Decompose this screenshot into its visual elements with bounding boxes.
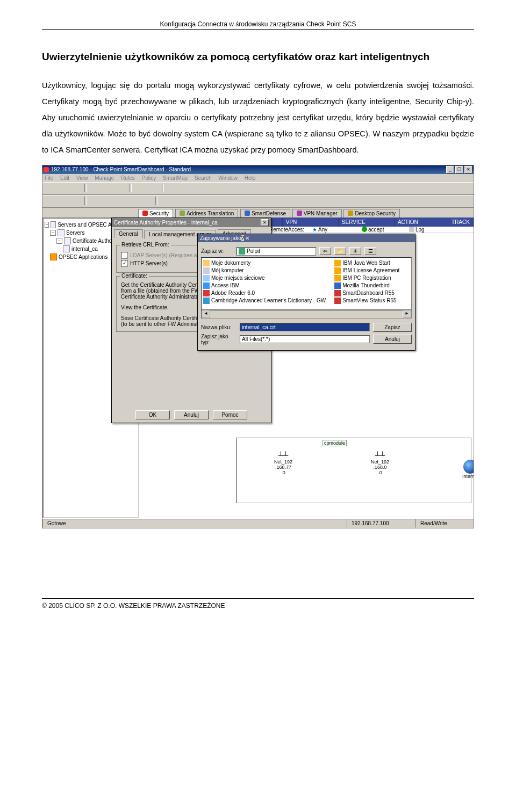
tab-vpn-manager[interactable]: VPN Manager xyxy=(292,209,342,218)
tool-btn[interactable] xyxy=(193,184,204,193)
desktop-icon xyxy=(239,248,245,255)
tool-btn[interactable] xyxy=(116,197,126,206)
menu-help[interactable]: Help xyxy=(245,175,256,181)
list-item[interactable]: SmartView Status R55 xyxy=(334,297,399,305)
status-ip: 192.168.77.100 xyxy=(347,519,415,528)
accept-icon xyxy=(362,227,367,232)
menu-policy[interactable]: Policy xyxy=(141,175,156,181)
menu-edit[interactable]: Edit xyxy=(60,175,69,181)
list-item[interactable]: Mój komputer xyxy=(203,267,326,274)
scroll-left[interactable]: ◄ xyxy=(202,310,210,318)
tool-btn[interactable] xyxy=(148,184,159,193)
cancel-save-button[interactable]: Anuluj xyxy=(373,335,412,344)
col-service: SERVICE xyxy=(339,218,395,227)
tool-btn[interactable] xyxy=(70,184,81,193)
node-net1[interactable]: ┴┴ Net_192.168.77.0 xyxy=(274,451,292,475)
scroll-right[interactable]: ► xyxy=(403,310,411,318)
minimize-button[interactable]: _ xyxy=(446,166,454,173)
app-icon xyxy=(334,260,341,266)
tab-security[interactable]: Security xyxy=(138,209,173,218)
tool-btn[interactable] xyxy=(128,197,139,206)
new-folder-button[interactable]: ✳ xyxy=(349,247,361,255)
save-close-button[interactable]: ✕ xyxy=(245,235,249,241)
status-bar: Gotowe 192.168.77.100 Read/Write xyxy=(42,518,474,528)
doc-paragraph: Użytkownicy, logując się do portalu mogą… xyxy=(42,78,474,158)
list-item[interactable]: Mozilla Thunderbird xyxy=(334,282,399,289)
tab-address-translation[interactable]: Address Translation xyxy=(175,209,238,218)
h-scrollbar[interactable]: ◄► xyxy=(201,310,412,318)
folder-icon xyxy=(58,229,64,236)
doc-title: Uwierzytelnienie użytkowników za pomocą … xyxy=(42,51,474,63)
collapse-icon[interactable]: − xyxy=(56,238,62,244)
ok-button[interactable]: OK xyxy=(135,410,170,419)
tool-btn[interactable] xyxy=(103,197,113,206)
list-item[interactable]: Moje miejsca sieciowe xyxy=(203,274,326,282)
help-button[interactable]: Pomoc xyxy=(213,410,247,419)
tool-btn[interactable] xyxy=(174,197,184,206)
tool-btn[interactable] xyxy=(58,197,68,206)
tool-btn[interactable] xyxy=(116,184,126,193)
tool-btn[interactable] xyxy=(45,184,55,193)
col-track: TRACK xyxy=(448,218,474,227)
app-icon xyxy=(334,290,341,296)
list-item[interactable]: IBM PC Registration xyxy=(334,274,399,282)
list-item[interactable]: Access IBM xyxy=(203,282,326,289)
tool-btn[interactable] xyxy=(180,184,191,193)
file-list[interactable]: Moje dokumenty Mój komputer Moje miejsca… xyxy=(201,257,412,310)
app-icon xyxy=(334,267,341,274)
tool-btn[interactable] xyxy=(167,184,178,193)
up-button[interactable]: ⇐ xyxy=(319,247,331,255)
collapse-icon[interactable]: − xyxy=(45,222,49,228)
tool-btn[interactable] xyxy=(141,197,152,206)
tool-btn[interactable] xyxy=(90,197,101,206)
list-item[interactable]: IBM Java Web Start xyxy=(334,259,399,267)
list-item[interactable]: SmartDashboard R55 xyxy=(334,289,399,297)
menu-smartmap[interactable]: SmartMap xyxy=(163,175,188,181)
dialog-close-button[interactable]: ✕ xyxy=(261,219,269,226)
save-location-combo[interactable]: Pulpit xyxy=(236,247,316,256)
tab-desktop-security[interactable]: Desktop Security xyxy=(343,209,400,218)
tool-btn[interactable] xyxy=(90,184,101,193)
node-cpmodule[interactable]: cpmodule xyxy=(322,440,347,446)
desktop-icon xyxy=(348,211,353,216)
filename-input[interactable]: internal_ca.crt xyxy=(240,323,370,331)
tool-btn[interactable] xyxy=(206,184,217,193)
tool-btn[interactable] xyxy=(103,184,113,193)
tool-btn[interactable] xyxy=(45,197,55,206)
menu-search[interactable]: Search xyxy=(195,175,212,181)
close-button[interactable]: ✕ xyxy=(464,166,472,173)
cancel-button[interactable]: Anuluj xyxy=(174,410,209,419)
filetype-combo[interactable]: All Files(*.*) xyxy=(240,335,370,343)
dialog-buttons: OK Anuluj Pomoc xyxy=(112,407,271,423)
views-button[interactable]: ☰ xyxy=(364,247,376,255)
menu-manage[interactable]: Manage xyxy=(95,175,114,181)
tab-smartdefense[interactable]: SmartDefense xyxy=(240,209,290,218)
cert-icon xyxy=(63,245,70,252)
app-icon xyxy=(203,298,210,304)
node-internet[interactable]: Internet xyxy=(462,460,474,479)
up-folder-button[interactable]: 📁 xyxy=(334,247,346,255)
menu-view[interactable]: View xyxy=(76,175,88,181)
app-icon xyxy=(334,275,341,281)
dialog-titlebar: Certificate Authority Properties - inter… xyxy=(112,218,271,227)
tool-btn[interactable] xyxy=(58,184,68,193)
app-icon xyxy=(334,298,341,304)
list-item[interactable]: Adobe Reader 6.0 xyxy=(203,289,326,297)
node-net2[interactable]: ┴┴ Net_192.168.0.0 xyxy=(371,451,389,475)
maximize-button[interactable]: ❐ xyxy=(455,166,463,173)
list-item[interactable]: IBM License Agreement xyxy=(334,267,399,274)
col-action: ACTION xyxy=(395,218,448,227)
save-help-button[interactable]: ? xyxy=(241,235,245,241)
save-button[interactable]: Zapisz xyxy=(373,323,412,332)
menu-rules[interactable]: Rules xyxy=(121,175,135,181)
list-item[interactable]: Moje dokumenty xyxy=(203,259,326,267)
tool-btn[interactable] xyxy=(135,184,146,193)
tool-btn[interactable] xyxy=(70,197,81,206)
list-item[interactable]: Cambridge Advanced Learner's Dictionary … xyxy=(203,297,326,305)
tab-general[interactable]: General xyxy=(114,229,143,238)
tool-btn[interactable] xyxy=(161,197,171,206)
menu-window[interactable]: Window xyxy=(218,175,238,181)
menu-file[interactable]: File xyxy=(45,175,53,181)
collapse-icon[interactable]: − xyxy=(50,230,56,236)
opsec-icon xyxy=(50,253,57,260)
